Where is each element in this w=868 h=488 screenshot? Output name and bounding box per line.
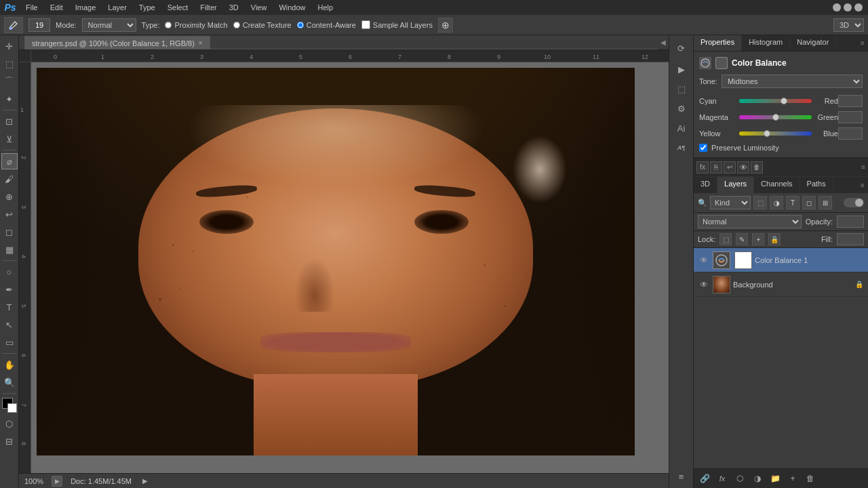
lock-pixels-btn[interactable]: ⬚ (719, 233, 732, 245)
screen-mode-btn[interactable]: ⊟ (1, 433, 18, 449)
hand-tool[interactable]: ✋ (1, 357, 18, 373)
layer-fx-footer-btn[interactable]: fx (715, 472, 729, 485)
tab-layers[interactable]: Layers (717, 177, 754, 193)
canvas-view[interactable] (31, 62, 669, 473)
layer-bg-visibility-icon[interactable]: 👁 (698, 279, 710, 291)
layer-group-btn[interactable]: 📁 (768, 472, 782, 485)
proximity-match-radio[interactable] (165, 22, 172, 28)
selection-tool[interactable]: ⬚ (1, 56, 18, 72)
eraser-tool[interactable]: ◻ (1, 224, 18, 240)
tone-select[interactable]: Midtones Shadows Highlights (722, 75, 863, 88)
menu-select[interactable]: Select (162, 2, 194, 13)
lock-all-btn[interactable]: 🔒 (768, 233, 781, 245)
tab-channels[interactable]: Channels (754, 177, 800, 193)
document-nav-button[interactable]: ▶ (140, 476, 151, 487)
lock-artboard-btn[interactable]: + (752, 233, 764, 245)
layer-eye-btn[interactable]: 👁 (737, 161, 749, 174)
right-icon-expand[interactable]: ≡ (673, 468, 690, 485)
menu-type[interactable]: Type (134, 2, 161, 13)
right-icon-2[interactable]: ▶ (673, 60, 690, 78)
eyedropper-tool[interactable]: ⊻ (1, 131, 18, 147)
preserve-luminosity-checkbox[interactable] (699, 144, 707, 152)
collapse-panels-btn[interactable]: ◀ (658, 35, 669, 49)
fill-input[interactable]: 100% (837, 233, 864, 245)
right-icon-1[interactable]: ⟳ (671, 38, 692, 58)
layer-adj-footer-btn[interactable]: ◑ (751, 472, 764, 485)
zoom-tool[interactable]: 🔍 (1, 374, 18, 390)
filter-pixel-btn[interactable]: ⬚ (753, 196, 767, 209)
menu-layer[interactable]: Layer (102, 2, 132, 13)
layer-new-btn[interactable]: + (786, 472, 800, 485)
minimize-button[interactable] (833, 3, 841, 12)
crop-tool[interactable]: ⊡ (1, 113, 18, 129)
filter-adj-btn[interactable]: ◑ (770, 196, 783, 209)
right-icon-6[interactable]: A¶ (673, 139, 690, 157)
dodge-tool[interactable]: ○ (1, 264, 18, 280)
history-brush-tool[interactable]: ↩ (1, 206, 18, 222)
right-icon-5[interactable]: Ai (673, 119, 690, 137)
layers-collapse-btn[interactable]: ≡ (861, 163, 865, 171)
canvas-tab[interactable]: strangers.psd @ 100% (Color Balance 1, R… (24, 36, 210, 49)
menu-help[interactable]: Help (313, 2, 339, 13)
tab-histogram[interactable]: Histogram (742, 35, 790, 51)
brush-size-input[interactable]: 19 (28, 18, 50, 32)
opacity-input[interactable]: 100% (837, 216, 864, 228)
layer-trash-top-btn[interactable]: 🗑 (751, 161, 763, 174)
tab-close-button[interactable]: × (199, 39, 203, 47)
brush-tool[interactable]: 🖌 (1, 171, 18, 187)
shape-tool[interactable]: ▭ (1, 334, 18, 350)
layers-panel-menu-btn[interactable]: ≡ (857, 177, 868, 193)
yellow-blue-value-input[interactable]: -17 (838, 127, 863, 140)
menu-window[interactable]: Window (273, 2, 311, 13)
layer-undo-btn[interactable]: ↩ (724, 161, 736, 174)
content-aware-radio[interactable] (297, 22, 304, 28)
gradient-tool[interactable]: ▦ (1, 241, 18, 258)
kind-select[interactable]: Kind (710, 196, 751, 209)
adjust-icon[interactable]: ⊕ (438, 18, 453, 33)
layer-delete-btn[interactable]: 🗑 (804, 472, 817, 485)
tab-navigator[interactable]: Navigator (790, 35, 836, 51)
menu-edit[interactable]: Edit (45, 2, 68, 13)
pen-tool[interactable]: ✒ (1, 281, 18, 298)
tab-properties[interactable]: Properties (694, 35, 742, 51)
menu-view[interactable]: View (245, 2, 273, 13)
path-select-tool[interactable]: ↖ (1, 317, 18, 333)
filter-text-btn[interactable]: T (786, 196, 800, 209)
cyan-red-value-input[interactable]: +9 (838, 95, 863, 107)
menu-3d[interactable]: 3D (224, 2, 244, 13)
layer-fx-btn[interactable]: fx (696, 161, 709, 174)
layer-visibility-icon[interactable]: 👁 (698, 254, 710, 266)
magenta-green-slider[interactable] (739, 113, 812, 122)
filter-smartobj-btn[interactable]: ⊞ (818, 196, 832, 209)
menu-filter[interactable]: Filter (195, 2, 222, 13)
text-tool[interactable]: T (1, 299, 18, 315)
filter-toggle-btn[interactable] (844, 198, 864, 207)
spot-heal-tool[interactable]: ⌀ (1, 153, 18, 169)
maximize-button[interactable] (844, 3, 852, 12)
blend-mode-select[interactable]: Normal (698, 215, 802, 228)
tab-3d[interactable]: 3D (694, 177, 717, 193)
right-icon-4[interactable]: ⚙ (673, 100, 690, 117)
layer-mask-footer-btn[interactable]: ⬡ (733, 472, 747, 485)
create-texture-radio[interactable] (233, 22, 240, 28)
lock-position-btn[interactable]: ✎ (736, 233, 748, 245)
properties-menu-btn[interactable]: ≡ (857, 35, 868, 51)
quick-mask-btn[interactable]: ⬡ (1, 415, 18, 432)
brush-tool-icon[interactable] (4, 17, 23, 33)
layer-link-btn[interactable]: 🔗 (698, 472, 711, 485)
layer-background[interactable]: 👁 Background 🔒 (694, 272, 868, 297)
yellow-blue-slider[interactable] (739, 129, 812, 138)
menu-file[interactable]: File (20, 2, 43, 13)
layer-copy-btn[interactable]: ⎘ (710, 161, 722, 174)
menu-image[interactable]: Image (70, 2, 102, 13)
mode-select[interactable]: Normal (82, 18, 136, 32)
magic-wand-tool[interactable]: ✦ (1, 91, 18, 107)
close-button[interactable] (854, 3, 863, 12)
color-swatch[interactable] (2, 398, 17, 413)
cyan-red-slider[interactable] (739, 96, 812, 106)
sample-layers-checkbox[interactable] (361, 20, 370, 29)
magenta-green-value-input[interactable]: 0 (838, 111, 863, 123)
filter-shape-btn[interactable]: ◻ (802, 196, 816, 209)
right-icon-3[interactable]: ⬚ (673, 80, 690, 98)
stamp-tool[interactable]: ⊕ (1, 188, 18, 205)
